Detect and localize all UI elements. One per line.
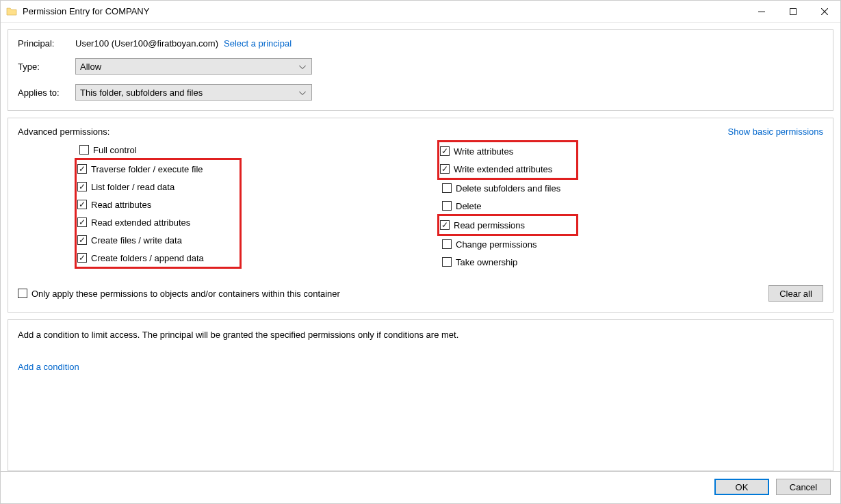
perm-create-folders[interactable]: Create folders / append data [77,249,240,267]
window: Permission Entry for COMPANY Principal: … [0,0,841,504]
highlight-right-read-permissions: Read permissions [437,214,578,236]
checkbox[interactable] [77,235,87,245]
permissions-panel: Advanced permissions: Show basic permiss… [8,118,833,313]
cancel-button[interactable]: Cancel [776,479,831,495]
perm-create-files[interactable]: Create files / write data [77,231,240,249]
highlight-right-group-top: Write attributes Write extended attribut… [437,140,578,180]
perm-label: Create folders / append data [91,253,204,263]
permissions-heading: Advanced permissions: [18,127,109,137]
type-dropdown-value: Allow [80,62,101,72]
add-condition-link[interactable]: Add a condition [18,362,79,372]
maximize-button[interactable] [777,1,809,22]
perm-label: Write attributes [454,146,513,157]
checkbox[interactable] [77,217,87,227]
checkbox[interactable] [440,220,450,230]
perm-label: List folder / read data [91,182,174,192]
checkbox[interactable] [77,164,87,174]
checkbox[interactable] [442,239,452,249]
perm-label: Take ownership [456,257,517,267]
perm-delete[interactable]: Delete [439,197,576,215]
titlebar: Permission Entry for COMPANY [1,1,840,23]
checkbox[interactable] [18,289,27,298]
chevron-down-icon [299,88,306,98]
perm-delete-subfolders[interactable]: Delete subfolders and files [439,179,576,197]
folder-icon [6,6,17,17]
perm-read-permissions[interactable]: Read permissions [439,216,576,234]
perm-read-extended-attributes[interactable]: Read extended attributes [77,213,240,231]
perm-label: Full control [93,145,137,155]
checkbox[interactable] [77,182,87,191]
checkbox[interactable] [442,201,452,211]
permissions-column-left: Full control Traverse folder / execute f… [77,141,419,271]
perm-label: Read attributes [91,200,151,210]
ok-button[interactable]: OK [714,479,769,495]
principal-label: Principal: [18,38,75,49]
only-apply-checkbox-row[interactable]: Only apply these permissions to objects … [18,284,340,302]
checkbox[interactable] [442,183,452,193]
clear-all-label: Clear all [779,289,812,299]
select-principal-link[interactable]: Select a principal [224,38,292,49]
permissions-column-right: Write attributes Write extended attribut… [439,141,576,271]
condition-text: Add a condition to limit access. The pri… [18,330,823,340]
checkbox[interactable] [79,145,89,155]
perm-full-control[interactable]: Full control [77,141,419,159]
window-title: Permission Entry for COMPANY [23,6,746,16]
cancel-label: Cancel [790,482,817,492]
perm-take-ownership[interactable]: Take ownership [439,253,576,271]
principal-panel: Principal: User100 (User100@firatboyan.c… [8,29,833,111]
perm-label: Delete [456,201,482,211]
only-apply-label: Only apply these permissions to objects … [31,289,340,299]
perm-list-folder[interactable]: List folder / read data [77,178,240,196]
perm-label: Read extended attributes [91,217,190,228]
perm-label: Read permissions [454,220,525,230]
type-dropdown[interactable]: Allow [75,58,312,75]
perm-write-attributes[interactable]: Write attributes [439,142,576,160]
perm-read-attributes[interactable]: Read attributes [77,196,240,213]
checkbox[interactable] [440,146,450,156]
svg-rect-1 [790,8,797,14]
show-basic-permissions-link[interactable]: Show basic permissions [728,127,823,137]
perm-label: Traverse folder / execute file [91,164,203,174]
condition-panel: Add a condition to limit access. The pri… [8,319,833,471]
chevron-down-icon [299,62,306,72]
checkbox[interactable] [77,253,87,263]
perm-label: Delete subfolders and files [456,183,560,194]
ok-label: OK [736,482,749,492]
applies-to-dropdown[interactable]: This folder, subfolders and files [75,84,312,101]
dialog-buttons: OK Cancel [1,471,840,503]
close-button[interactable] [809,1,840,22]
perm-label: Create files / write data [91,235,182,246]
perm-label: Write extended attributes [454,164,552,174]
checkbox[interactable] [77,200,87,209]
checkbox[interactable] [442,257,452,267]
client-area: Principal: User100 (User100@firatboyan.c… [1,23,840,471]
applies-to-dropdown-value: This folder, subfolders and files [80,88,203,98]
checkbox[interactable] [440,164,450,174]
applies-to-label: Applies to: [18,88,75,98]
type-label: Type: [18,62,75,72]
window-buttons [746,1,840,22]
minimize-button[interactable] [746,1,777,22]
clear-all-button[interactable]: Clear all [768,285,823,302]
perm-change-permissions[interactable]: Change permissions [439,235,576,253]
principal-value: User100 (User100@firatboyan.com) [75,38,218,49]
perm-write-extended-attributes[interactable]: Write extended attributes [439,160,576,178]
highlight-left-group: Traverse folder / execute file List fold… [75,158,242,269]
perm-traverse-folder[interactable]: Traverse folder / execute file [77,160,240,178]
perm-label: Change permissions [456,239,537,250]
